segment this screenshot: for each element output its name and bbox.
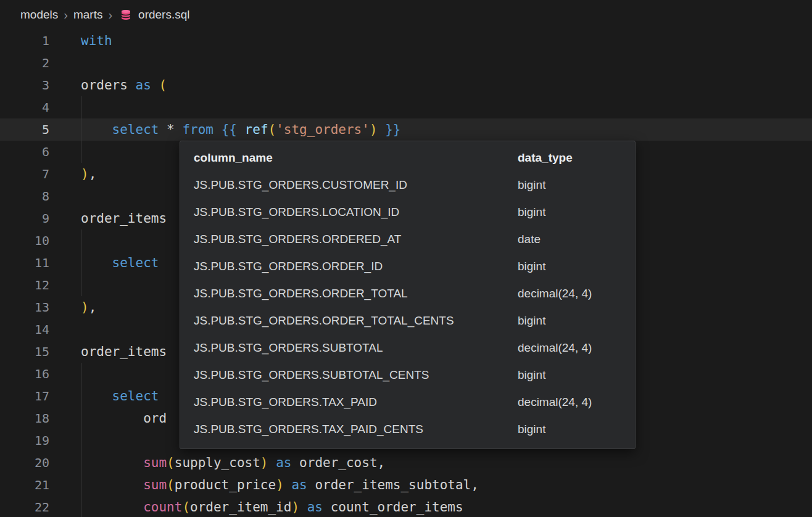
indent-guide-line: [81, 407, 81, 429]
column-name-cell: JS.PUB.STG_ORDERS.TAX_PAID: [194, 395, 518, 409]
line-number[interactable]: 22: [0, 500, 49, 515]
line-content: sum(product_price) as order_items_subtot…: [81, 474, 479, 496]
line-number[interactable]: 1: [0, 33, 49, 48]
popup-row: JS.PUB.STG_ORDERS.ORDER_IDbigint: [180, 253, 635, 280]
column-name-cell: JS.PUB.STG_ORDERS.LOCATION_ID: [194, 205, 518, 219]
data-type-cell: bigint: [518, 423, 635, 436]
line-content: with: [81, 30, 112, 52]
chevron-right-icon: ›: [108, 8, 112, 22]
popup-header-row: column_name data_type: [180, 144, 635, 172]
data-type-cell: bigint: [518, 205, 635, 219]
data-type-cell: bigint: [518, 178, 635, 192]
line-number[interactable]: 21: [0, 478, 49, 492]
indent-guide-line: [81, 252, 81, 274]
column-name-cell: JS.PUB.STG_ORDERS.CUSTOMER_ID: [194, 178, 518, 192]
line-number[interactable]: 17: [0, 389, 49, 403]
line-content: ord: [81, 407, 167, 429]
indent-guide-line: [81, 452, 81, 474]
code-line[interactable]: 2: [0, 52, 812, 74]
popup-row: JS.PUB.STG_ORDERS.TAX_PAID_CENTSbigint: [180, 416, 635, 443]
line-content: select * from {{ ref('stg_orders') }}: [81, 118, 401, 141]
data-type-cell: bigint: [518, 260, 635, 273]
line-content: select: [81, 252, 159, 274]
line-number[interactable]: 2: [0, 56, 49, 70]
line-number[interactable]: 18: [0, 411, 49, 426]
indent-guide-line: [81, 496, 81, 517]
line-number[interactable]: 10: [0, 233, 49, 248]
line-content: order_items: [81, 207, 167, 230]
popup-row: JS.PUB.STG_ORDERS.LOCATION_IDbigint: [180, 199, 635, 226]
popup-header-column-name: column_name: [194, 151, 518, 165]
indent-guide-line: [81, 230, 81, 252]
breadcrumb-item-marts[interactable]: marts: [73, 8, 103, 22]
line-content: ),: [81, 296, 96, 318]
code-line[interactable]: 4: [0, 96, 812, 118]
code-line[interactable]: 21 sum(product_price) as order_items_sub…: [0, 474, 812, 496]
breadcrumb-item-models[interactable]: models: [20, 8, 58, 22]
indent-guide-line: [81, 429, 81, 452]
line-content: order_items: [81, 341, 167, 363]
popup-row: JS.PUB.STG_ORDERS.ORDER_TOTALdecimal(24,…: [180, 280, 635, 307]
breadcrumb: models › marts › orders.sql: [0, 0, 812, 30]
line-number[interactable]: 12: [0, 278, 49, 292]
indent-guide-line: [81, 385, 81, 407]
popup-row: JS.PUB.STG_ORDERS.SUBTOTALdecimal(24, 4): [180, 334, 635, 362]
code-editor: models › marts › orders.sql 1with23order…: [0, 0, 812, 517]
code-line[interactable]: 20 sum(supply_cost) as order_cost,: [0, 452, 812, 474]
popup-row: JS.PUB.STG_ORDERS.TAX_PAIDdecimal(24, 4): [180, 389, 635, 416]
line-number[interactable]: 3: [0, 78, 49, 93]
line-number[interactable]: 6: [0, 144, 49, 159]
line-number[interactable]: 7: [0, 167, 49, 181]
line-number[interactable]: 19: [0, 433, 49, 448]
line-number[interactable]: 5: [0, 122, 49, 137]
column-name-cell: JS.PUB.STG_ORDERS.SUBTOTAL: [194, 341, 518, 355]
line-number[interactable]: 20: [0, 455, 49, 470]
data-type-cell: bigint: [518, 314, 635, 328]
line-number[interactable]: 14: [0, 322, 49, 337]
popup-row: JS.PUB.STG_ORDERS.CUSTOMER_IDbigint: [180, 172, 635, 199]
code-line[interactable]: 1with: [0, 30, 812, 52]
line-content: count(order_item_id) as count_order_item…: [81, 496, 463, 517]
chevron-right-icon: ›: [64, 8, 68, 22]
indent-guide-line: [81, 363, 81, 385]
data-type-cell: bigint: [518, 368, 635, 382]
indent-guide-line: [81, 96, 81, 118]
column-name-cell: JS.PUB.STG_ORDERS.ORDER_TOTAL_CENTS: [194, 314, 518, 328]
column-name-cell: JS.PUB.STG_ORDERS.TAX_PAID_CENTS: [194, 423, 518, 436]
data-type-cell: date: [518, 233, 635, 246]
database-icon: [120, 9, 132, 21]
indent-guide-line: [81, 274, 81, 296]
indent-guide-line: [81, 118, 81, 141]
line-content: select: [81, 385, 159, 407]
line-number[interactable]: 11: [0, 255, 49, 270]
breadcrumb-item-file[interactable]: orders.sql: [138, 8, 189, 22]
column-name-cell: JS.PUB.STG_ORDERS.ORDER_TOTAL: [194, 287, 518, 300]
line-content: orders as (: [81, 74, 167, 96]
data-type-cell: decimal(24, 4): [518, 287, 635, 300]
column-name-cell: JS.PUB.STG_ORDERS.ORDERED_AT: [194, 233, 518, 246]
data-type-cell: decimal(24, 4): [518, 395, 635, 409]
column-name-cell: JS.PUB.STG_ORDERS.ORDER_ID: [194, 260, 518, 273]
code-line[interactable]: 3orders as (: [0, 74, 812, 96]
line-number[interactable]: 9: [0, 211, 49, 226]
line-number[interactable]: 16: [0, 366, 49, 381]
code-line[interactable]: 5 select * from {{ ref('stg_orders') }}: [0, 118, 812, 141]
column-name-cell: JS.PUB.STG_ORDERS.SUBTOTAL_CENTS: [194, 368, 518, 382]
column-preview-popup: column_name data_type JS.PUB.STG_ORDERS.…: [180, 141, 636, 449]
indent-guide-line: [81, 474, 81, 496]
line-number[interactable]: 15: [0, 344, 49, 359]
indent-guide-line: [81, 141, 81, 163]
popup-rows: JS.PUB.STG_ORDERS.CUSTOMER_IDbigintJS.PU…: [180, 172, 635, 443]
popup-row: JS.PUB.STG_ORDERS.ORDERED_ATdate: [180, 226, 635, 253]
popup-row: JS.PUB.STG_ORDERS.ORDER_TOTAL_CENTSbigin…: [180, 307, 635, 334]
line-number[interactable]: 4: [0, 100, 49, 115]
popup-row: JS.PUB.STG_ORDERS.SUBTOTAL_CENTSbigint: [180, 362, 635, 389]
line-number[interactable]: 13: [0, 300, 49, 315]
data-type-cell: decimal(24, 4): [518, 341, 635, 355]
popup-header-data-type: data_type: [518, 151, 635, 165]
line-content: sum(supply_cost) as order_cost,: [81, 452, 385, 474]
line-content: ),: [81, 163, 96, 185]
line-number[interactable]: 8: [0, 189, 49, 204]
code-line[interactable]: 22 count(order_item_id) as count_order_i…: [0, 496, 812, 517]
